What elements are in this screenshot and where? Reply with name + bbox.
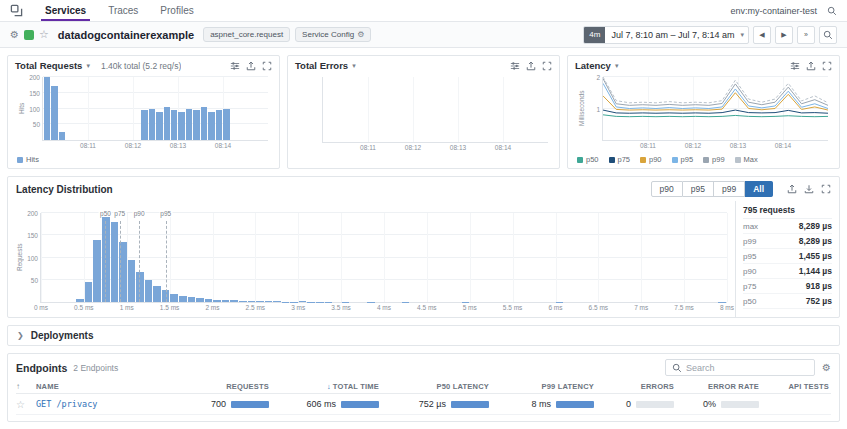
sort-arrow-up-icon[interactable]: ↑ — [16, 382, 36, 391]
stat-row-p90: p901,144 µs — [743, 264, 832, 279]
latency-legend[interactable]: p50p75p90p95p99Max — [568, 154, 839, 168]
chart-settings-icon[interactable] — [790, 61, 800, 71]
endpoints-section: Endpoints 2 Endpoints ⚙ ↑ NAME REQUESTS … — [7, 353, 840, 422]
total-requests-chart-card: Total Requests▾ 1.40k total (5.2 req/s) … — [7, 55, 280, 169]
total-errors-legend — [288, 156, 559, 168]
column-header-errors[interactable]: ERRORS — [596, 382, 676, 391]
export-icon[interactable] — [806, 61, 816, 71]
percentile-range-buttons: p90p95p99All — [651, 181, 773, 197]
legend-item-max[interactable]: Max — [735, 155, 758, 164]
range-button-p99[interactable]: p99 — [714, 181, 745, 197]
main-content: Total Requests▾ 1.40k total (5.2 req/s) … — [0, 48, 847, 429]
column-header-total-time[interactable]: ↓TOTAL TIME — [271, 382, 381, 391]
fullscreen-icon[interactable] — [262, 61, 272, 71]
total-requests-summary: 1.40k total (5.2 req/s) — [101, 61, 181, 71]
stat-row-p50: p50752 µs — [743, 294, 832, 309]
datadog-logo[interactable] — [10, 4, 24, 18]
latency-plot[interactable]: 1208:1108:1208:1308:14Milliseconds — [602, 77, 828, 141]
fullscreen-icon[interactable] — [822, 61, 832, 71]
column-header-requests[interactable]: REQUESTS — [176, 382, 271, 391]
chevron-down-icon: ▾ — [352, 62, 356, 70]
gear-icon: ⚙ — [357, 31, 364, 39]
tab-services[interactable]: Services — [34, 0, 97, 21]
cell-error_rate: 0% — [676, 420, 761, 422]
time-forward-button[interactable]: ▶ — [775, 26, 793, 44]
legend-item-p95[interactable]: p95 — [672, 155, 694, 164]
range-button-p90[interactable]: p90 — [651, 181, 683, 197]
total-errors-plot[interactable]: 08:1108:1208:1308:14 — [322, 77, 548, 143]
time-controls: 4m Jul 7, 8:10 am – Jul 7, 8:14 am ▾ ◀ ▶… — [583, 26, 837, 44]
table-settings-gear-icon[interactable]: ⚙ — [822, 363, 831, 373]
latency-title[interactable]: Latency — [575, 60, 611, 71]
fullscreen-icon[interactable] — [821, 184, 831, 194]
total-requests-plot[interactable]: 5010015020008:1108:1208:1308:14Hits — [42, 77, 268, 141]
total-requests-legend[interactable]: Hits — [8, 154, 279, 168]
endpoint-row[interactable]: ☆GET /privacy700606 ms752 µs8 ms00% — [16, 394, 831, 415]
chevron-down-icon: ▾ — [740, 31, 744, 39]
export-icon[interactable] — [526, 61, 536, 71]
range-button-p95[interactable]: p95 — [683, 181, 714, 197]
env-selector[interactable]: env:my-container-test — [730, 6, 817, 16]
time-range-picker[interactable]: 4m Jul 7, 8:10 am – Jul 7, 8:14 am ▾ — [583, 26, 749, 44]
operation-badge-label: aspnet_core.request — [210, 30, 283, 39]
total-requests-title[interactable]: Total Requests — [15, 60, 82, 71]
service-config-label: Service Config — [302, 30, 354, 39]
total-errors-chart-card: Total Errors▾ 08:1108:1208:1308:14 — [287, 55, 560, 169]
latency-histogram-plot[interactable]: 501001502000 ms0.5 ms1 ms1.5 ms2 ms2.5 m… — [40, 213, 727, 303]
settings-gear-icon[interactable]: ⚙ — [10, 30, 19, 40]
stat-row-p99: p998,289 µs — [743, 234, 832, 249]
latency-stats-rows: max8,289 µsp998,289 µsp951,455 µsp901,14… — [743, 219, 832, 309]
cell-p50: 752 µs — [381, 399, 491, 409]
search-icon[interactable] — [827, 6, 837, 16]
endpoints-table-header: ↑ NAME REQUESTS ↓TOTAL TIME P50 LATENCY … — [16, 380, 831, 394]
operation-badge[interactable]: aspnet_core.request — [203, 27, 290, 42]
total-errors-title[interactable]: Total Errors — [295, 60, 348, 71]
download-icon[interactable] — [804, 184, 814, 194]
summary-charts-row: Total Requests▾ 1.40k total (5.2 req/s) … — [7, 55, 840, 169]
legend-item-p99[interactable]: p99 — [703, 155, 725, 164]
legend-item-p75[interactable]: p75 — [609, 155, 631, 164]
time-back-button[interactable]: ◀ — [753, 26, 771, 44]
column-header-api-tests[interactable]: API TESTS — [761, 382, 831, 391]
fullscreen-icon[interactable] — [542, 61, 552, 71]
requests-count-label: 795 requests — [743, 204, 832, 219]
cell-requests: 700 — [176, 420, 271, 422]
tab-traces[interactable]: Traces — [97, 0, 149, 21]
deployments-section-toggle[interactable]: ❯ Deployments — [7, 325, 840, 346]
service-status-indicator — [24, 30, 34, 40]
time-range-label: Jul 7, 8:10 am – Jul 7, 8:14 am — [605, 30, 740, 40]
endpoints-title: Endpoints — [16, 362, 67, 374]
latency-stats-panel: 795 requests max8,289 µsp998,289 µsp951,… — [735, 201, 839, 317]
column-header-p50-latency[interactable]: P50 LATENCY — [381, 382, 491, 391]
column-header-p99-latency[interactable]: P99 LATENCY — [491, 382, 596, 391]
tab-profiles[interactable]: Profiles — [149, 0, 204, 21]
legend-item-p90[interactable]: p90 — [640, 155, 662, 164]
export-icon[interactable] — [787, 184, 797, 194]
favorite-star-icon[interactable]: ☆ — [39, 28, 49, 41]
endpoint-link[interactable]: GET / — [36, 420, 176, 422]
latency-chart-card: Latency▾ 1208:1108:1208:1308:14Milliseco… — [567, 55, 840, 169]
chart-settings-icon[interactable] — [510, 61, 520, 71]
stat-row-p95: p951,455 µs — [743, 249, 832, 264]
search-icon — [672, 363, 682, 373]
legend-item-hits[interactable]: Hits — [17, 155, 39, 164]
time-live-button[interactable]: » — [797, 26, 815, 44]
time-zoom-button[interactable] — [819, 26, 837, 44]
endpoint-link[interactable]: GET /privacy — [36, 399, 176, 409]
legend-item-p50[interactable]: p50 — [577, 155, 599, 164]
cell-total_time: 606 ms — [271, 399, 381, 409]
chart-settings-icon[interactable] — [230, 61, 240, 71]
column-header-error-rate[interactable]: ERROR RATE — [676, 382, 761, 391]
service-title: datadogcontainerexample — [58, 29, 194, 41]
range-button-all[interactable]: All — [745, 181, 773, 197]
endpoints-search-box[interactable] — [665, 359, 815, 376]
cell-p99: 5 ms — [491, 420, 596, 422]
favorite-star-icon[interactable]: ☆ — [16, 399, 36, 410]
endpoint-row[interactable]: ☆GET /700587 ms722 µs5 ms00% — [16, 415, 831, 422]
favorite-star-icon[interactable]: ☆ — [16, 420, 36, 423]
column-header-name[interactable]: NAME — [36, 382, 176, 391]
endpoints-count: 2 Endpoints — [73, 363, 118, 373]
service-config-badge[interactable]: Service Config⚙ — [295, 27, 371, 42]
export-icon[interactable] — [246, 61, 256, 71]
endpoints-search-input[interactable] — [686, 363, 808, 373]
